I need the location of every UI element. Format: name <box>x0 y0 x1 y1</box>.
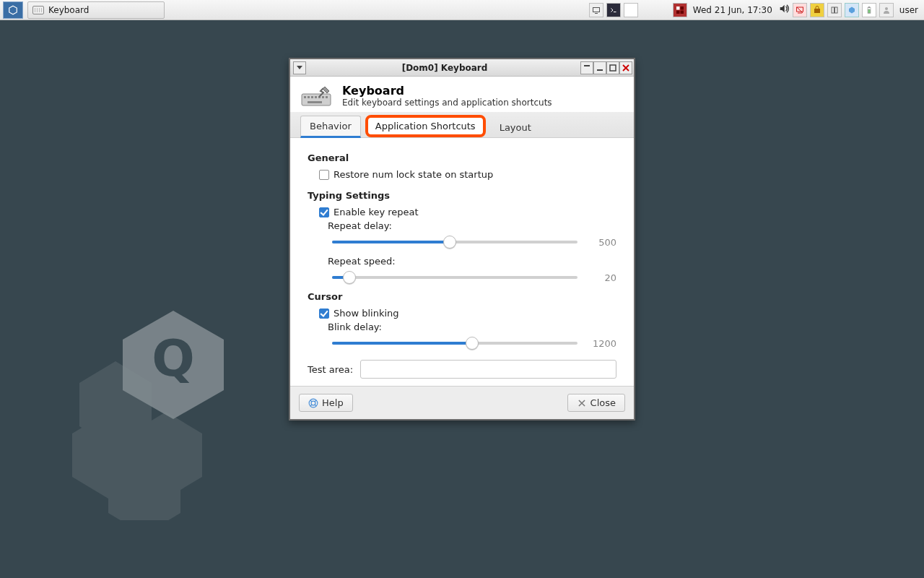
svg-marker-15 <box>123 311 224 419</box>
close-button[interactable]: Close <box>567 394 625 412</box>
svg-rect-4 <box>676 10 680 14</box>
svg-rect-1 <box>593 7 599 12</box>
svg-marker-19 <box>108 448 180 520</box>
titlebar[interactable]: [Dom0] Keyboard <box>290 59 634 77</box>
test-area-input[interactable] <box>360 360 616 379</box>
value-repeat-speed: 20 <box>588 272 616 283</box>
username-label[interactable]: user <box>897 5 921 15</box>
window-header: Keyboard Edit keyboard settings and appl… <box>290 77 634 112</box>
tab-layout[interactable]: Layout <box>490 117 541 137</box>
slider-repeat-speed[interactable] <box>332 271 578 284</box>
shade-button[interactable] <box>580 61 593 74</box>
devices-icon[interactable] <box>827 3 842 17</box>
keyboard-header-icon <box>300 85 334 107</box>
label-restore-numlock: Restore num lock state on startup <box>334 169 493 180</box>
value-blink-delay: 1200 <box>588 338 616 349</box>
svg-rect-2 <box>676 7 680 10</box>
svg-rect-27 <box>311 96 313 98</box>
tab-application-shortcuts[interactable]: Application Shortcuts <box>365 115 486 137</box>
value-repeat-delay: 500 <box>588 237 616 248</box>
help-icon <box>308 398 318 408</box>
svg-rect-12 <box>868 7 870 7</box>
minimize-button[interactable] <box>593 61 606 74</box>
label-blink-delay: Blink delay: <box>328 322 616 332</box>
checkbox-restore-numlock[interactable] <box>319 170 329 180</box>
taskbar-app-label: Keyboard <box>48 5 89 15</box>
checkbox-show-blinking[interactable] <box>319 309 329 319</box>
clock[interactable]: Wed 21 Jun, 17:30 <box>690 5 775 15</box>
label-repeat-delay: Repeat delay: <box>328 220 616 231</box>
keyboard-icon <box>32 6 44 14</box>
close-icon <box>577 398 587 408</box>
user-icon[interactable] <box>879 3 894 17</box>
section-cursor: Cursor <box>308 291 616 302</box>
label-test-area: Test area: <box>308 364 353 375</box>
slider-repeat-delay[interactable] <box>332 236 578 249</box>
tab-behavior[interactable]: Behavior <box>300 116 361 138</box>
checkbox-enable-repeat[interactable] <box>319 207 329 217</box>
tray-blank-icon[interactable] <box>624 3 638 17</box>
svg-rect-28 <box>315 96 317 98</box>
svg-rect-13 <box>868 9 870 13</box>
svg-rect-5 <box>680 10 684 14</box>
qubes-tray-icon[interactable] <box>845 3 859 17</box>
svg-rect-22 <box>597 69 603 71</box>
svg-marker-17 <box>72 412 144 499</box>
taskbar-app-keyboard[interactable]: Keyboard <box>27 1 165 19</box>
svg-rect-25 <box>304 96 306 98</box>
tabs: Behavior Application Shortcuts Layout <box>290 112 634 138</box>
section-general: General <box>308 152 616 163</box>
svg-point-14 <box>885 7 888 10</box>
svg-rect-32 <box>308 101 322 103</box>
maximize-button[interactable] <box>606 61 619 74</box>
svg-marker-0 <box>9 6 17 14</box>
label-show-blinking: Show blinking <box>334 308 399 319</box>
window-title: [Dom0] Keyboard <box>309 63 580 73</box>
desktop-qubes-logo: Q <box>72 303 245 520</box>
window-menu-icon[interactable] <box>293 61 306 74</box>
slider-blink-delay[interactable] <box>332 337 578 350</box>
updates-icon[interactable] <box>810 3 824 17</box>
svg-rect-31 <box>326 96 328 98</box>
svg-rect-24 <box>302 94 331 105</box>
svg-rect-23 <box>610 65 616 71</box>
label-repeat-speed: Repeat speed: <box>328 256 616 267</box>
qubes-menu-icon[interactable] <box>3 1 23 19</box>
help-button-label: Help <box>322 397 344 408</box>
svg-marker-10 <box>849 7 855 13</box>
svg-rect-7 <box>814 9 820 13</box>
header-title: Keyboard <box>342 84 552 98</box>
svg-marker-18 <box>130 412 202 499</box>
keyboard-window: [Dom0] Keyboard Keyboard Edit keyboard s… <box>289 58 635 420</box>
svg-marker-16 <box>79 361 152 448</box>
section-typing: Typing Settings <box>308 190 616 201</box>
svg-rect-3 <box>680 7 684 10</box>
volume-icon[interactable] <box>778 3 790 17</box>
window-footer: Help Close <box>290 386 634 419</box>
network-disconnected-icon[interactable] <box>793 3 807 17</box>
svg-rect-26 <box>308 96 310 98</box>
system-tray: Wed 21 Jun, 17:30 user <box>589 3 924 17</box>
close-button-label: Close <box>590 397 616 408</box>
tray-workspace-icon[interactable] <box>673 3 687 17</box>
header-subtitle: Edit keyboard settings and application s… <box>342 98 552 108</box>
svg-text:Q: Q <box>152 329 195 388</box>
tray-display-icon[interactable] <box>589 3 603 17</box>
help-button[interactable]: Help <box>299 394 353 412</box>
label-enable-repeat: Enable key repeat <box>334 207 419 217</box>
top-panel: Keyboard Wed 21 Jun, 17:30 user <box>0 0 924 20</box>
battery-icon[interactable] <box>862 3 876 17</box>
svg-rect-30 <box>322 96 324 98</box>
svg-rect-9 <box>834 7 837 13</box>
tab-content-behavior: General Restore num lock state on startu… <box>290 138 634 386</box>
tray-terminal-icon[interactable] <box>606 3 621 17</box>
svg-rect-8 <box>832 7 834 13</box>
svg-rect-21 <box>584 65 590 66</box>
close-window-button[interactable] <box>619 61 632 74</box>
